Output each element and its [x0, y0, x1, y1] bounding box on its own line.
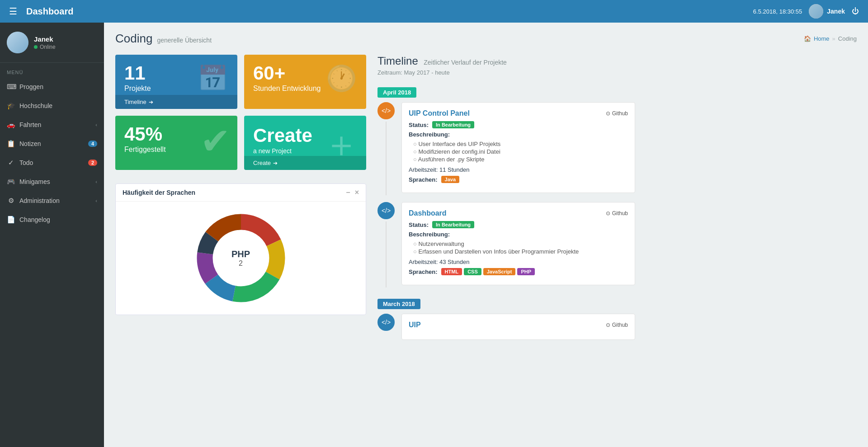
timeline-subtitle: Zeitlicher Verlauf der Projekte	[424, 59, 507, 66]
donut-chart: PHP 2	[191, 208, 291, 308]
status-label-2: Status:	[409, 221, 429, 228]
donut-center-label: PHP 2	[231, 249, 250, 268]
todo-icon: ✓	[7, 159, 15, 167]
sidebar-item-notizen[interactable]: 📋 Notizen 4	[0, 134, 104, 153]
clock-icon: 🕐	[326, 64, 357, 93]
sidebar-item-todo[interactable]: ✓ Todo 2	[0, 153, 104, 172]
progress-card: 45% Fertiggestellt ✔	[115, 116, 237, 170]
sidebar-label-minigames: Minigames	[19, 178, 50, 185]
minigames-icon: 🎮	[7, 178, 15, 186]
topbar-username: Janek	[827, 8, 845, 15]
timeline-card-uip: UIP ⊙ Github	[401, 314, 635, 340]
github-icon: ⊙	[606, 110, 610, 117]
chart-title: Häufigkeit der Sprachen	[123, 189, 195, 196]
sidebar-profile: Janek Online	[0, 23, 104, 63]
sidebar-status: Online	[34, 44, 56, 50]
list-item: Modifizieren der config.ini Datei	[413, 148, 628, 155]
sidebar-item-fahrten[interactable]: 🚗 Fahrten ‹	[0, 115, 104, 134]
list-item: Erfassen und Darstellen von Infos über P…	[413, 248, 628, 255]
stats-cards: 11 Projekte 📅 Timeline ➔ 60+ St	[115, 55, 366, 170]
changelog-icon: 📄	[7, 216, 15, 224]
breadcrumb-home-icon: 🏠	[804, 35, 811, 42]
projects-arrow: ➔	[149, 99, 153, 105]
breadcrumb-separator: »	[832, 35, 835, 42]
github-link-dashboard[interactable]: ⊙ Github	[606, 210, 628, 216]
timeline-icon-code: </>	[377, 102, 395, 119]
sprachen-label-dashboard: Sprachen:	[409, 268, 438, 275]
administration-icon: ⚙	[7, 197, 15, 205]
calendar-icon: 📅	[197, 64, 228, 93]
timeline-card-uip-control: UIP Control Panel ⊙ Github Status: In Be…	[401, 102, 635, 193]
timeline-item-uip: </> UIP ⊙ Github	[377, 314, 635, 342]
page-title: Coding	[115, 32, 152, 46]
timeline-item-dashboard: </> Dashboard ⊙ Github	[377, 202, 635, 287]
project-title-dashboard: Dashboard	[409, 209, 447, 217]
main-content: Coding generelle Übersicht 🏠 Home » Codi…	[104, 23, 868, 447]
beschreibung-list-dashboard: Nutzerverwaltung Erfassen und Darstellen…	[413, 240, 628, 255]
breadcrumb-home-link[interactable]: Home	[814, 35, 830, 42]
beschreibung-title-2: Beschreibung:	[409, 231, 628, 238]
notizen-badge: 4	[88, 141, 97, 147]
sidebar-username: Janek	[34, 35, 56, 43]
project-title-uip-control: UIP Control Panel	[409, 109, 470, 118]
donut-count: 2	[231, 259, 250, 268]
timeline-period: Zeitraum: May 2017 - heute	[377, 69, 635, 76]
topbar-user: Janek	[809, 4, 845, 19]
arbeitszeit-dashboard: Arbeitszeit: 43 Stunden	[409, 259, 628, 265]
sidebar-item-hochschule[interactable]: 🎓 Hochschule	[0, 96, 104, 115]
sprachen-row-uip: Sprachen: Java	[409, 176, 628, 183]
create-card[interactable]: Create a new Project ＋ Create ➔	[244, 116, 366, 170]
sidebar-item-changelog[interactable]: 📄 Changelog	[0, 210, 104, 229]
list-item: User Interface des UIP Projekts	[413, 141, 628, 147]
plus-icon: ＋	[323, 120, 359, 169]
timeline-icon-code-3: </>	[377, 314, 395, 331]
sidebar-label-notizen: Notizen	[19, 140, 41, 147]
sidebar-label-changelog: Changelog	[19, 216, 50, 223]
github-icon-2: ⊙	[606, 210, 610, 216]
power-icon[interactable]: ⏻	[852, 7, 859, 15]
timeline-item-uip-control: </> UIP Control Panel ⊙ Github	[377, 102, 635, 195]
sidebar-label-hochschule: Hochschule	[19, 102, 52, 109]
content-area: 11 Projekte 📅 Timeline ➔ 60+ St	[115, 55, 857, 349]
list-item: Nutzerverwaltung	[413, 240, 628, 247]
timeline-title: Timeline	[377, 55, 418, 67]
sidebar-label-proggen: Proggen	[19, 83, 43, 90]
check-icon: ✔	[200, 120, 231, 162]
breadcrumb: 🏠 Home » Coding	[804, 35, 857, 42]
administration-chevron: ‹	[95, 198, 97, 203]
github-link-uip-control[interactable]: ⊙ Github	[606, 110, 628, 117]
lang-badge-css: CSS	[464, 268, 481, 275]
status-badge-dashboard: In Bearbeitung	[432, 221, 474, 228]
close-button[interactable]: ×	[355, 188, 359, 197]
minimize-button[interactable]: −	[346, 188, 350, 197]
timeline-month-april: April 2018	[377, 87, 416, 98]
projects-card: 11 Projekte 📅 Timeline ➔	[115, 55, 237, 109]
timeline-header: Timeline Zeitlicher Verlauf der Projekte…	[377, 55, 635, 76]
sidebar-label-fahrten: Fahrten	[19, 121, 41, 128]
github-icon-3: ⊙	[606, 322, 610, 328]
timeline-icon-code-2: </>	[377, 202, 395, 219]
github-link-uip[interactable]: ⊙ Github	[606, 322, 628, 328]
arbeitszeit-uip: Arbeitszeit: 11 Stunden	[409, 166, 628, 173]
sprachen-label-uip: Sprachen:	[409, 176, 438, 183]
hamburger-menu[interactable]: ☰	[9, 6, 17, 17]
sidebar-item-administration[interactable]: ⚙ Administration ‹	[0, 191, 104, 210]
sidebar-item-proggen[interactable]: ⌨ Proggen	[0, 77, 104, 96]
fahrten-chevron: ‹	[95, 122, 97, 127]
sidebar-item-minigames[interactable]: 🎮 Minigames ‹	[0, 172, 104, 191]
hours-card: 60+ Stunden Entwicklung 🕐	[244, 55, 366, 109]
language-chart-widget: Häufigkeit der Sprachen − ×	[115, 184, 366, 315]
create-arrow: ➔	[273, 160, 278, 166]
proggen-icon: ⌨	[7, 83, 15, 91]
status-dot	[34, 45, 38, 49]
fahrten-icon: 🚗	[7, 121, 15, 129]
projects-footer[interactable]: Timeline ➔	[115, 95, 237, 109]
minigames-chevron: ‹	[95, 179, 97, 184]
status-label: Status:	[409, 122, 429, 128]
app-title: Dashboard	[26, 6, 73, 17]
lang-badge-php: PHP	[517, 268, 535, 275]
timeline-panel: Timeline Zeitlicher Verlauf der Projekte…	[375, 55, 637, 349]
sidebar-avatar	[7, 32, 28, 53]
notizen-icon: 📋	[7, 140, 15, 148]
todo-badge: 2	[88, 160, 97, 166]
